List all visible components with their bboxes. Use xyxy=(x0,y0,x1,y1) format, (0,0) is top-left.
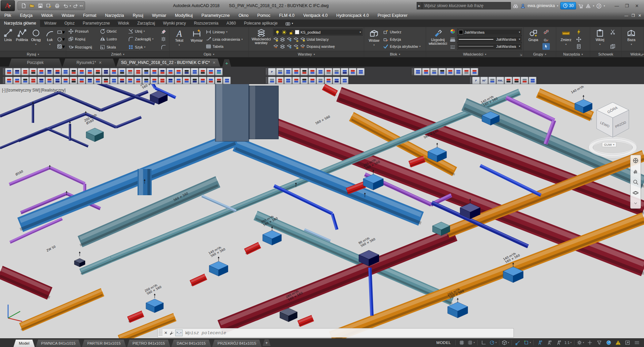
toolbar-button-icon[interactable] xyxy=(62,68,69,75)
toolbar-button-icon[interactable] xyxy=(126,68,134,75)
line-button[interactable]: Linia xyxy=(1,28,15,51)
undo-caret[interactable]: ▾ xyxy=(70,4,71,7)
viewport-menu-control[interactable]: [-] xyxy=(2,88,6,93)
menu-narz-dzia[interactable]: Narzędzia xyxy=(101,13,128,18)
toolbar-button-icon[interactable] xyxy=(333,68,340,75)
help-icon[interactable]: ? xyxy=(596,3,602,9)
toolbar-button-icon[interactable] xyxy=(142,68,150,75)
new-drawing-tab-button[interactable]: + xyxy=(222,59,231,67)
toolbar-button-icon[interactable] xyxy=(118,77,126,84)
orbit-icon[interactable] xyxy=(633,189,639,196)
menu-project-explorer[interactable]: Project Explorer xyxy=(373,13,412,18)
isodraft-icon[interactable]: ▾ xyxy=(501,339,510,346)
toolbar-button-icon[interactable] xyxy=(86,77,93,84)
toolbar-button-icon[interactable] xyxy=(142,77,150,84)
undo-icon[interactable] xyxy=(62,2,69,9)
toolbar-button-icon[interactable] xyxy=(504,77,512,84)
toolbar-button-icon[interactable] xyxy=(70,68,77,75)
save-as-icon[interactable] xyxy=(45,2,52,9)
edit-block-button[interactable]: Edycja xyxy=(383,36,424,43)
match-properties-button[interactable]: Uzgodnij właściwości xyxy=(427,28,448,51)
command-wrench-icon[interactable] xyxy=(169,330,174,336)
move-button[interactable]: Przesuń xyxy=(68,28,99,35)
annotation-scale-value[interactable]: 1:1▾ xyxy=(564,339,572,346)
toolbar-button-icon[interactable] xyxy=(513,77,520,84)
toolbar-button-icon[interactable] xyxy=(13,68,21,75)
toolbar-button-icon[interactable] xyxy=(5,77,13,84)
toolbar-button-icon[interactable] xyxy=(94,68,102,75)
toolbar-button-icon[interactable] xyxy=(414,68,422,75)
toolbar-button-icon[interactable] xyxy=(454,68,462,75)
toolbar-button-icon[interactable] xyxy=(207,68,215,75)
table-button[interactable]: Tabela xyxy=(206,43,247,50)
create-block-button[interactable]: Utwórz xyxy=(383,29,424,35)
ribbon-tab-parametryczne[interactable]: Parametryczne xyxy=(79,20,114,27)
window-restore-button[interactable]: ❐ xyxy=(622,2,632,9)
snap-toggle-icon[interactable]: ▾ xyxy=(467,339,476,346)
menu-flm-4-0[interactable]: FLM 4.0 xyxy=(275,13,299,18)
layout-tab-piwnica-841x1015[interactable]: PIWNICA 841x1015 xyxy=(36,340,81,347)
array-button[interactable]: Szyk▾ xyxy=(128,44,159,50)
toolbar-button-icon[interactable]: ↱ xyxy=(472,77,480,84)
view-dialog-launcher[interactable]: ⇲ xyxy=(640,53,643,57)
toolbar-button-icon[interactable] xyxy=(126,77,134,84)
quick-calc-icon[interactable] xyxy=(575,43,582,50)
menu-ventpack-4-0[interactable]: Ventpack 4.0 xyxy=(299,13,332,18)
toolbar-button-icon[interactable] xyxy=(37,77,45,84)
menu-plik[interactable]: Plik xyxy=(0,13,15,18)
annotation-monitor-plus-icon[interactable] xyxy=(585,339,594,346)
toolbar-button-icon[interactable] xyxy=(191,68,198,75)
explode-button[interactable] xyxy=(160,36,167,42)
navbar-more-icon[interactable] xyxy=(633,200,638,206)
toolbar-button-icon[interactable] xyxy=(21,77,29,84)
model-space-toggle[interactable]: MODEL xyxy=(434,341,454,345)
insert-block-button[interactable]: Wstaw▾ xyxy=(366,28,382,51)
cut-icon[interactable] xyxy=(609,29,616,35)
viewport-view-control[interactable]: [Izometryczny SW] xyxy=(6,88,40,93)
menu-wstaw[interactable]: Wstaw xyxy=(57,13,79,18)
layer-properties-button[interactable]: Właściwości warstwy xyxy=(250,28,272,51)
toolbar-button-icon[interactable] xyxy=(349,68,356,75)
toolbar-button-icon[interactable] xyxy=(199,77,206,84)
toolbar-button-icon[interactable] xyxy=(215,68,223,75)
search-expand-arrow[interactable]: ▶ xyxy=(417,2,422,9)
annotation-visibility-icon[interactable] xyxy=(535,339,544,346)
toolbar-button-icon[interactable] xyxy=(292,68,300,75)
toolbar-button-icon[interactable] xyxy=(118,68,126,75)
toolbar-button-icon[interactable] xyxy=(207,77,215,84)
panel-label-narzedzia[interactable]: Narzędzia▾ xyxy=(556,51,590,57)
toolbar-button-icon[interactable] xyxy=(158,68,166,75)
toolbar-button-icon[interactable] xyxy=(86,68,93,75)
window-close-button[interactable]: ✕ xyxy=(632,2,642,9)
menu-pomoc[interactable]: Pomoc xyxy=(253,13,275,18)
point-style-icon[interactable] xyxy=(575,36,582,43)
toolbar-button-icon[interactable] xyxy=(341,77,348,84)
window-minimize-button[interactable]: — xyxy=(612,2,622,9)
panel-label-grupy[interactable]: Grupy▾ xyxy=(524,51,556,57)
toolbar-button-icon[interactable] xyxy=(199,68,206,75)
document-tab[interactable]: Początek xyxy=(9,59,62,67)
fillet-button[interactable]: Zaokrąglij▾ xyxy=(128,36,159,42)
toolbar-button-icon[interactable] xyxy=(70,77,77,84)
store-cart-icon[interactable] xyxy=(578,3,583,9)
toolbar-button-icon[interactable] xyxy=(316,68,324,75)
base-view-button[interactable]: Baza▾ xyxy=(623,28,640,51)
toolbar-button-icon[interactable] xyxy=(325,77,332,84)
command-prompt-icon[interactable]: >_▾ xyxy=(175,329,183,336)
status-customize-icon[interactable] xyxy=(633,339,641,346)
panel-label-opis[interactable]: Opis▾ xyxy=(169,51,249,57)
menu-modyfikuj[interactable]: Modyfikuj xyxy=(171,13,197,18)
properties-dialog-launcher[interactable]: ⇲ xyxy=(520,53,522,57)
group-button[interactable]: Grupa xyxy=(525,28,542,51)
trusted-path-warning-icon[interactable] xyxy=(614,339,622,346)
polyline-button[interactable]: Polilinia xyxy=(15,28,29,51)
toolbar-button-icon[interactable] xyxy=(183,68,190,75)
rotate-button[interactable]: Obróć xyxy=(100,28,127,35)
toolbar-button-icon[interactable] xyxy=(102,68,110,75)
viewport-visual-style-control[interactable]: [Realistyczny] xyxy=(41,88,66,93)
redo-icon[interactable] xyxy=(72,2,79,9)
qat-customize-caret[interactable]: ▾ xyxy=(81,4,83,7)
toolbar-button-icon[interactable] xyxy=(308,68,316,75)
object-color-combobox[interactable]: JakWarstwa▾ xyxy=(457,29,522,36)
object-isolate-icon[interactable] xyxy=(595,339,604,346)
